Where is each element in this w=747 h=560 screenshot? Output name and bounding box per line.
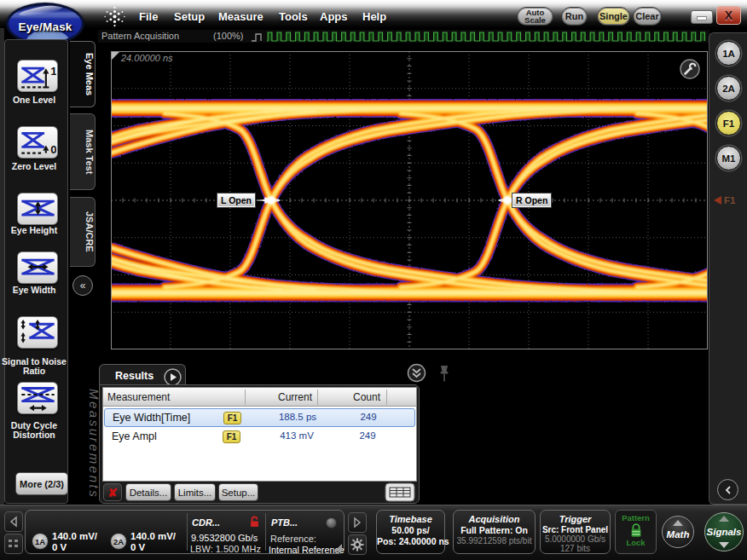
svg-text:1: 1 [50, 65, 56, 78]
svg-text:0: 0 [50, 143, 56, 156]
